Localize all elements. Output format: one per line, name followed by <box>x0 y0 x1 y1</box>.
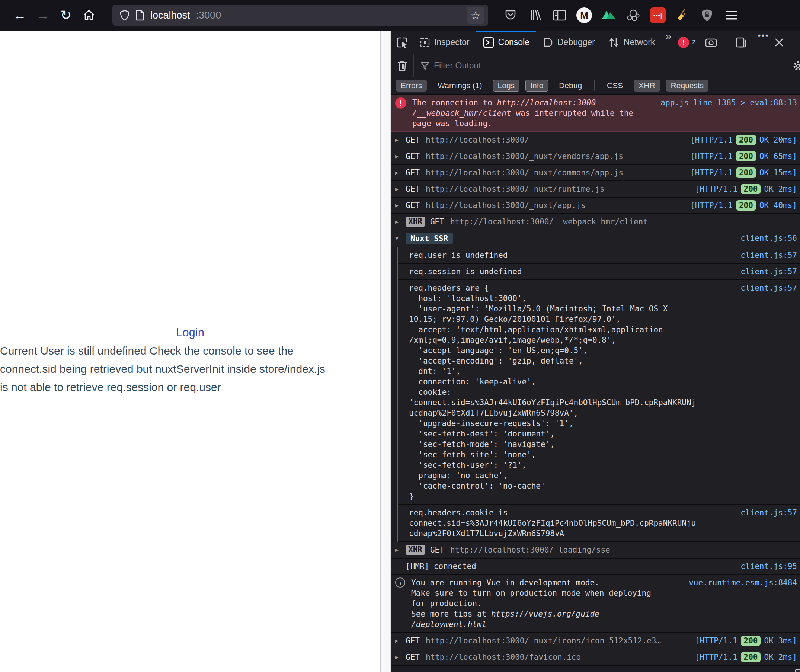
responsive-design-button[interactable] <box>728 30 754 54</box>
console-log-row[interactable]: req.headers are { host: 'localhost:3000'… <box>398 280 800 505</box>
console-log-row[interactable]: req.user is undefined client.js:57 <box>398 248 800 264</box>
source-link[interactable]: client.js:57 <box>734 507 797 518</box>
screenshot-button[interactable] <box>698 30 724 54</box>
xhr-badge: XHR <box>406 545 425 555</box>
console-icon <box>483 37 494 48</box>
menu-hamburger-icon[interactable] <box>722 6 741 25</box>
camera-icon <box>705 37 717 48</box>
tab-console[interactable]: Console <box>476 30 536 54</box>
console-group-header[interactable]: ▼ Nuxt SSR client.js:56 <box>391 230 800 248</box>
octopus-extension-icon[interactable] <box>624 6 643 25</box>
devtools-menu-button[interactable]: ••• <box>754 30 773 54</box>
source-link[interactable]: vue.runtime.esm.js:8484 <box>683 578 797 588</box>
console-info-message[interactable]: i You are running Vue in development mod… <box>391 575 800 633</box>
forward-button[interactable]: → <box>33 5 53 25</box>
url-bar[interactable]: localhost:3000 ☆ <box>112 5 488 26</box>
console-error-message[interactable]: ! The connection to http://localhost:300… <box>391 94 800 132</box>
filter-errors-button[interactable]: Errors <box>396 80 427 91</box>
debugger-icon <box>543 37 553 48</box>
filter-requests-button[interactable]: Requests <box>666 80 709 91</box>
status-200-badge: 200 <box>736 135 756 145</box>
pick-element-button[interactable] <box>391 30 413 54</box>
console-settings-button[interactable] <box>788 56 800 75</box>
expand-arrow-icon[interactable]: ▶ <box>395 216 406 227</box>
clear-console-button[interactable] <box>391 54 414 77</box>
gear-icon <box>792 59 800 72</box>
bookmark-star-button[interactable]: ☆ <box>467 7 485 24</box>
console-request-row[interactable]: ▶ GET http://localhost:3000/_nuxt/runtim… <box>391 181 800 198</box>
source-link[interactable]: app.js line 1385 > eval:88:13 <box>654 98 797 108</box>
close-devtools-button[interactable] <box>773 30 786 54</box>
filter-separator <box>594 80 595 91</box>
console-log-row[interactable]: req.headers.cookie is connect.sid=s%3AJr… <box>398 505 800 542</box>
filter-debug-button[interactable]: Debug <box>554 80 587 91</box>
library-icon[interactable] <box>525 6 545 25</box>
console-log-row[interactable]: [HMR] connected client.js:95 <box>391 558 800 575</box>
source-link[interactable]: client.js:56 <box>734 233 797 243</box>
source-link[interactable]: client.js:57 <box>734 250 797 261</box>
extension-m-icon[interactable]: M <box>574 6 594 25</box>
pocket-icon[interactable] <box>501 6 520 25</box>
split-console-icon[interactable] <box>795 669 800 672</box>
console-request-row[interactable]: ▶ GET http://localhost:3000/_nuxt/icons/… <box>391 633 800 649</box>
group-label-badge: Nuxt SSR <box>406 233 453 244</box>
password-manager-icon[interactable]: •••| <box>648 6 667 25</box>
page-info-icon[interactable] <box>136 10 144 21</box>
tab-inspector[interactable]: Inspector <box>413 30 476 54</box>
expand-arrow-icon[interactable]: ▶ <box>395 168 406 178</box>
expand-arrow-icon[interactable]: ▶ <box>395 545 406 555</box>
shield-permissions-icon[interactable] <box>120 10 130 21</box>
status-200-badge: 200 <box>736 168 756 178</box>
expand-arrow-icon[interactable]: ▶ <box>395 200 406 211</box>
request-status: [HTTP/1.1200OK 2ms] <box>691 652 797 662</box>
error-icon: ! <box>678 37 689 48</box>
filter-warnings-button[interactable]: Warnings (1) <box>433 80 487 91</box>
toolbar-separator <box>726 35 726 50</box>
tab-network[interactable]: Network <box>602 30 662 54</box>
web-page-content: Login Current User is still undefined Ch… <box>0 30 380 672</box>
console-xhr-row[interactable]: ▶ XHR GET http://localhost:3000/_loading… <box>391 542 800 558</box>
info-text: You are running Vue in development mode.… <box>411 578 651 630</box>
reload-button[interactable]: ↻ <box>56 5 76 25</box>
console-request-row[interactable]: ▶ GET http://localhost:3000/_nuxt/app.js… <box>391 198 800 214</box>
filter-logs-button[interactable]: Logs <box>493 80 520 91</box>
toolbar-extensions: M •••| <box>501 6 741 25</box>
filter-info-button[interactable]: Info <box>525 80 548 91</box>
console-log-row[interactable]: req.session is undefined client.js:57 <box>398 264 800 280</box>
filter-css-button[interactable]: CSS <box>602 80 628 91</box>
source-link[interactable]: client.js:57 <box>734 266 797 277</box>
filter-output-input[interactable] <box>434 61 657 71</box>
page-scrollbar[interactable] <box>380 30 391 672</box>
tab-debugger[interactable]: Debugger <box>536 30 602 54</box>
collapse-arrow-icon[interactable]: ▼ <box>395 233 406 243</box>
expand-arrow-icon[interactable]: ▶ <box>395 652 406 662</box>
page-status-text: Current User is still undefined Check th… <box>0 342 380 396</box>
login-link[interactable]: Login <box>0 326 380 339</box>
back-button[interactable]: ← <box>10 5 30 25</box>
expand-arrow-icon[interactable]: ▶ <box>395 151 406 162</box>
console-command-input[interactable]: » <box>391 666 800 672</box>
filter-funnel-icon <box>421 61 429 70</box>
request-status: [HTTP/1.1200OK 3ms] <box>691 635 797 646</box>
expand-arrow-icon[interactable]: ▶ <box>395 635 406 646</box>
source-link[interactable]: client.js:57 <box>734 283 797 293</box>
error-count-badge[interactable]: ! 2 <box>675 30 698 54</box>
filter-xhr-button[interactable]: XHR <box>634 80 660 91</box>
console-request-row[interactable]: ▶ GET http://localhost:3000/_nuxt/common… <box>391 165 800 181</box>
console-filterbar <box>391 54 800 77</box>
responsive-design-icon <box>735 37 747 48</box>
more-tabs-button[interactable]: » <box>662 30 675 54</box>
home-button[interactable] <box>79 5 99 25</box>
console-xhr-row[interactable]: ▶ XHR GET http://localhost:3000/__webpac… <box>391 214 800 230</box>
sidebar-toggle-icon[interactable] <box>550 6 569 25</box>
shield-lock-extension-icon[interactable] <box>697 6 717 25</box>
expand-arrow-icon[interactable]: ▶ <box>395 184 406 194</box>
network-icon <box>608 37 619 48</box>
console-request-row[interactable]: ▶ GET http://localhost:3000/favicon.ico … <box>391 649 800 666</box>
source-link[interactable]: client.js:95 <box>734 561 797 571</box>
nuxt-extension-icon[interactable] <box>599 6 618 25</box>
console-request-row[interactable]: ▶ GET http://localhost:3000/_nuxt/vendor… <box>391 149 800 165</box>
broom-extension-icon[interactable] <box>673 6 692 25</box>
expand-arrow-icon[interactable]: ▶ <box>395 135 406 145</box>
console-request-row[interactable]: ▶ GET http://localhost:3000/ [HTTP/1.120… <box>391 132 800 149</box>
